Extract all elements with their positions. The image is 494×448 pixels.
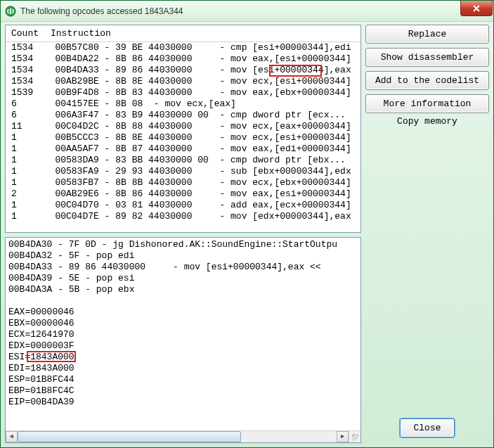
left-column: Count Instruction 1534 00B57C80 - 39 BE … bbox=[5, 25, 361, 443]
more-information-button[interactable]: More information bbox=[365, 94, 489, 113]
detail-text: 00B4DA30 - 7F 0D - jg Dishonored.AK::Sou… bbox=[8, 239, 358, 408]
col-header-count: Count bbox=[11, 28, 51, 39]
table-row[interactable]: 1 00583DA9 - 83 BB 44030000 00 - cmp dwo… bbox=[11, 155, 355, 166]
table-row[interactable]: 1 00AA5AF7 - 8B 87 44030000 - mov eax,[e… bbox=[11, 143, 355, 155]
body: Count Instruction 1534 00B57C80 - 39 BE … bbox=[1, 22, 493, 447]
close-button[interactable]: Close bbox=[400, 418, 455, 437]
table-row[interactable]: 2 00AB29E6 - 8B 86 44030000 - mov eax,[e… bbox=[11, 188, 355, 200]
titlebar[interactable]: The following opcodes accessed 1843A344 bbox=[1, 1, 493, 22]
list-header: Count Instruction bbox=[6, 25, 360, 42]
table-row[interactable]: 1539 00B9F4D8 - 8B 83 44030000 - mov eax… bbox=[11, 87, 355, 98]
table-row[interactable]: 6 006A3F47 - 83 B9 44030000 00 - cmp dwo… bbox=[11, 110, 355, 121]
replace-button[interactable]: Replace bbox=[365, 25, 489, 44]
table-row[interactable]: 1 00C04D7E - 89 82 44030000 - mov [edx+0… bbox=[11, 211, 355, 222]
table-row[interactable]: 6 004157EE - 8B 08 - mov ecx,[eax] bbox=[11, 98, 355, 110]
table-row[interactable]: 1534 00B4DA33 - 89 86 44030000 - mov [es… bbox=[11, 65, 355, 76]
opcode-list[interactable]: Count Instruction 1534 00B57C80 - 39 BE … bbox=[5, 25, 361, 233]
show-disassembler-button[interactable]: Show disassembler bbox=[365, 48, 489, 67]
table-row[interactable]: 1 00C04D70 - 03 81 44030000 - add eax,[e… bbox=[11, 200, 355, 211]
table-row[interactable]: 1 00583FA9 - 29 93 44030000 - sub [ebx+0… bbox=[11, 166, 355, 177]
scroll-left-icon[interactable]: ◄ bbox=[6, 431, 18, 442]
col-header-instruction: Instruction bbox=[51, 28, 355, 39]
svg-rect-1 bbox=[10, 8, 11, 14]
table-row[interactable]: 1534 00B4DA22 - 8B 86 44030000 - mov eax… bbox=[11, 53, 355, 65]
add-to-codelist-button[interactable]: Add to the codelist bbox=[365, 71, 489, 90]
list-rows: 1534 00B57C80 - 39 BE 44030000 - cmp [es… bbox=[6, 42, 360, 222]
copy-memory-label: Copy memory bbox=[365, 116, 489, 127]
table-row[interactable]: 1 00583FB7 - 8B 8B 44030000 - mov ecx,[e… bbox=[11, 177, 355, 188]
scroll-right-icon[interactable]: ► bbox=[337, 431, 349, 442]
scroll-thumb[interactable] bbox=[18, 431, 241, 442]
resize-grip-icon[interactable] bbox=[349, 430, 360, 442]
detail-horizontal-scrollbar[interactable]: ◄ ► bbox=[6, 430, 349, 442]
detail-panel[interactable]: 00B4DA30 - 7F 0D - jg Dishonored.AK::Sou… bbox=[5, 237, 361, 443]
close-area: Close bbox=[365, 418, 489, 443]
table-row[interactable]: 11 00C04D2C - 8B 88 44030000 - mov ecx,[… bbox=[11, 121, 355, 132]
table-row[interactable]: 1534 00AB29BE - 8B 8E 44030000 - mov ecx… bbox=[11, 76, 355, 87]
right-column: Replace Show disassembler Add to the cod… bbox=[365, 25, 489, 443]
opcode-accessor-window: The following opcodes accessed 1843A344 … bbox=[0, 0, 494, 448]
table-row[interactable]: 1534 00B57C80 - 39 BE 44030000 - cmp [es… bbox=[11, 42, 355, 53]
app-icon bbox=[5, 6, 16, 17]
window-title: The following opcodes accessed 1843A344 bbox=[20, 6, 183, 16]
table-row[interactable]: 1 00B5CCC3 - 8B 8E 44030000 - mov ecx,[e… bbox=[11, 132, 355, 143]
scroll-track[interactable] bbox=[18, 431, 337, 442]
window-close-button[interactable] bbox=[460, 1, 493, 16]
